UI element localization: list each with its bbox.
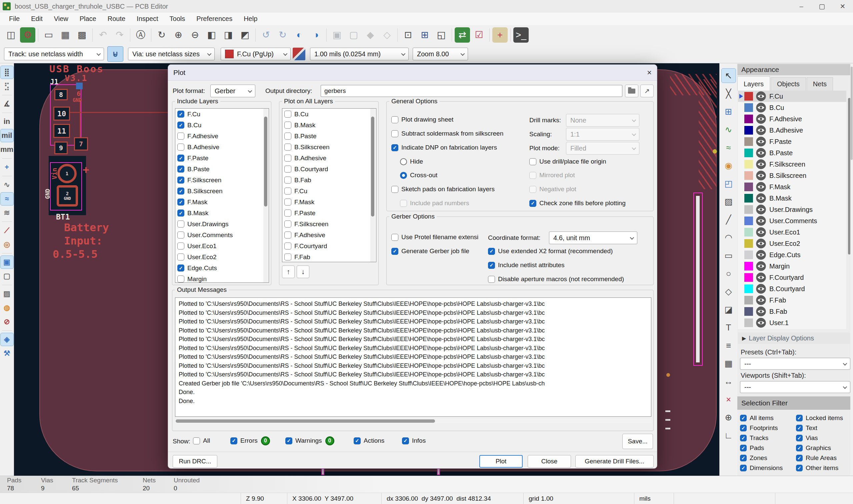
layer-checkbox[interactable] (284, 165, 291, 173)
layer-color-swatch[interactable] (744, 285, 753, 293)
toolbar-separator[interactable] (92, 28, 93, 42)
layer-row[interactable]: User.Drawings (738, 204, 846, 215)
include-layer-row[interactable]: B.Cu (175, 120, 269, 130)
visibility-eye-icon[interactable] (756, 170, 766, 181)
show-infos-option[interactable]: Infos (402, 435, 426, 446)
polar-coordinates-icon[interactable]: ∡ (1, 97, 13, 110)
local-ratsnest-icon[interactable]: ╳ (722, 87, 736, 101)
plot-layer-row[interactable]: B.Silkscreen (282, 142, 376, 152)
check-zone-fills-option[interactable]: Check zone fills before plotting (529, 198, 626, 209)
drc-icon[interactable]: ☑ (471, 27, 487, 43)
ratsnest-visibility-icon[interactable]: ∿ (1, 179, 13, 191)
units-inches-icon[interactable]: in (1, 115, 13, 128)
layer-color-swatch[interactable] (744, 273, 753, 282)
add-zone-icon[interactable]: ◰ (722, 177, 736, 191)
add-footprint-icon[interactable]: ⊞ (722, 105, 736, 119)
layer-checkbox[interactable] (177, 242, 184, 250)
selection-filter-item[interactable]: Other items (796, 463, 852, 473)
open-output-folder-button[interactable]: ↗ (640, 85, 654, 97)
layer-checkbox[interactable] (284, 122, 291, 129)
layer-checkbox[interactable] (177, 132, 184, 140)
toolbar-separator[interactable] (397, 28, 398, 42)
browse-folder-button[interactable] (625, 85, 638, 97)
via[interactable] (76, 83, 83, 89)
layer-checkbox[interactable] (284, 177, 291, 183)
layer-row[interactable]: User.Eco1 (738, 227, 846, 238)
appearance-tab[interactable]: Objects (771, 77, 806, 91)
visibility-eye-icon[interactable] (756, 102, 766, 113)
layer-checkbox[interactable] (284, 210, 291, 217)
rotate-cw-icon[interactable]: ↻ (275, 27, 290, 43)
output-directory-input[interactable] (321, 85, 622, 97)
layer-row[interactable]: Margin (738, 260, 846, 272)
layer-row[interactable]: User.1 (738, 317, 846, 328)
layer-checkbox[interactable] (177, 165, 184, 173)
add-textbox-icon[interactable]: ≡ (722, 339, 736, 353)
layer-checkbox[interactable] (177, 275, 184, 283)
layer-pair-indicator[interactable] (293, 48, 305, 60)
plot-layer-row[interactable]: F.Paste (282, 208, 376, 218)
filter-checkbox[interactable] (740, 455, 747, 461)
menu-file[interactable]: File (3, 14, 25, 24)
selection-filter-item[interactable]: Pads (740, 443, 796, 453)
zone-sketch-mode-icon[interactable]: ▨ (1, 287, 13, 300)
toolbar-separator[interactable] (255, 28, 256, 42)
menu-view[interactable]: View (48, 14, 74, 24)
zoom-select[interactable]: Zoom 8.00 (413, 48, 468, 60)
negative-plot-option[interactable]: Negative plot (529, 183, 576, 195)
units-mm-icon[interactable]: mm (1, 143, 13, 156)
menu-preferences[interactable]: Preferences (191, 14, 238, 24)
grid-visibility-icon[interactable]: ⣿ (1, 66, 13, 78)
scrollbar-thumb[interactable] (264, 116, 267, 206)
menu-inspect[interactable]: Inspect (131, 14, 164, 24)
selection-filter-item[interactable]: Tracks (740, 433, 796, 443)
plot-layer-row[interactable]: B.Adhesive (282, 152, 376, 164)
track-posture-toggle[interactable]: ⊌ (107, 46, 123, 61)
zone-outline-mode-icon[interactable]: ▢ (1, 270, 13, 283)
messages-hscrollbar[interactable] (175, 419, 651, 424)
3d-viewer-icon[interactable]: ◱ (434, 27, 449, 43)
draw-line-icon[interactable]: ╱ (722, 213, 736, 227)
layer-checkbox[interactable] (177, 253, 184, 260)
pad-9[interactable]: 9 (54, 142, 68, 154)
toolbar-separator[interactable] (38, 28, 38, 42)
filter-checkbox[interactable] (796, 435, 803, 442)
pad-11[interactable]: 11 (53, 124, 70, 138)
visibility-eye-icon[interactable] (756, 113, 766, 124)
via-display-mode-icon[interactable]: ◎ (1, 238, 13, 251)
move-layer-down-button[interactable]: ↓ (297, 266, 309, 278)
subtract-soldermask-option[interactable]: Subtract soldermask from silkscreen (391, 128, 503, 139)
checkbox[interactable] (488, 248, 495, 255)
toolbar-separator[interactable] (489, 28, 490, 42)
via[interactable] (713, 149, 717, 154)
via[interactable] (666, 373, 670, 377)
show-actions-option[interactable]: Actions (354, 435, 384, 446)
active-layer-select[interactable]: F.Cu (PgUp) (221, 48, 291, 60)
visibility-eye-icon[interactable] (756, 295, 766, 305)
close-button[interactable]: ✕ (832, 0, 853, 13)
update-pcb-from-schematic-icon[interactable]: ⇄ (455, 27, 470, 43)
router-settings-icon[interactable]: + (492, 27, 508, 43)
viewports-select[interactable]: --- (740, 381, 850, 393)
track-display-mode-icon[interactable]: ⟋ (1, 224, 13, 237)
layer-checkbox[interactable] (177, 111, 184, 118)
layer-row[interactable]: B.Adhesive (738, 125, 846, 136)
selection-filter-item[interactable]: Dimensions (740, 463, 796, 473)
checkbox[interactable] (402, 437, 409, 444)
panel-scrollbar[interactable] (850, 64, 853, 476)
coordinate-format-select[interactable]: 4.6, unit mm (549, 232, 637, 244)
layer-checkbox[interactable] (284, 253, 291, 260)
checkbox[interactable] (391, 186, 398, 193)
toolbar-separator[interactable] (151, 28, 151, 42)
mirrored-plot-option[interactable]: Mirrored plot (529, 169, 575, 181)
redo-icon[interactable]: ↷ (112, 27, 127, 43)
netlist-attributes-option[interactable]: Include netlist attributes (488, 259, 565, 271)
visibility-eye-icon[interactable] (756, 318, 766, 328)
checkbox[interactable] (391, 130, 398, 137)
route-tracks-icon[interactable]: ∿ (722, 123, 736, 137)
left-toolbar-separator[interactable] (2, 113, 12, 113)
layer-checkbox[interactable] (177, 265, 184, 271)
route-diff-pairs-icon[interactable]: ≈ (722, 141, 736, 155)
add-image-icon[interactable]: ◪ (722, 303, 736, 317)
plot-layer-row[interactable]: B.Mask (282, 120, 376, 130)
